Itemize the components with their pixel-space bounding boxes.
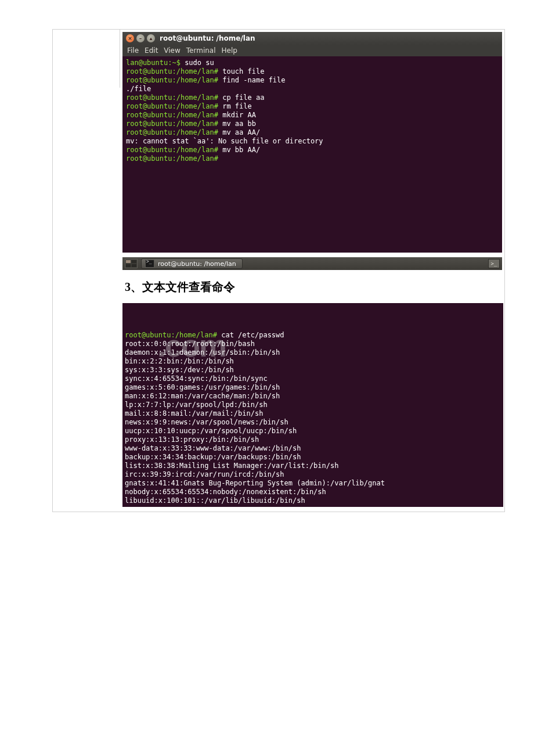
command-text: cat /etc/passwd (217, 331, 284, 339)
passwd-line: root@ubuntu:/home/lan# cat /etc/passwd (125, 331, 503, 340)
terminal-blank-line (126, 163, 499, 172)
command-text: sudo su (181, 59, 214, 67)
terminal-blank-line (126, 181, 499, 189)
command-text: cp file aa (218, 93, 264, 102)
terminal-line: root@ubuntu:/home/lan# touch file (126, 67, 499, 76)
terminal-line: root@ubuntu:/home/lan# cp file aa (126, 93, 499, 102)
document-right-cell: × – ▴ root@ubuntu: /home/lan File Edit V… (120, 30, 504, 512)
passwd-line: root:x:0:0:root:/root:/bin/bash (125, 340, 503, 348)
terminal-blank-line (126, 224, 499, 233)
passwd-line: nobody:x:65534:65534:nobody:/nonexistent… (125, 488, 503, 496)
passwd-line: games:x:5:60:games:/usr/games:/bin/sh (125, 383, 503, 392)
section-heading: 3、文本文件查看命令 (125, 279, 504, 295)
terminal-body[interactable]: lan@ubuntu:~$ sudo suroot@ubuntu:/home/l… (122, 56, 502, 253)
terminal-blank-line (126, 189, 499, 198)
menu-file[interactable]: File (127, 46, 139, 55)
command-text (218, 154, 222, 163)
tray-terminal-icon[interactable]: >_ (488, 259, 500, 268)
terminal-blank-line (126, 207, 499, 215)
window-buttons: × – ▴ (126, 34, 155, 42)
passwd-line: bin:x:2:2:bin:/bin:/bin/sh (125, 357, 503, 366)
passwd-line: lp:x:7:7:lp:/var/spool/lpd:/bin/sh (125, 401, 503, 409)
passwd-line: list:x:38:38:Mailing List Manager:/var/l… (125, 462, 503, 470)
terminal-icon (145, 260, 154, 268)
menu-terminal[interactable]: Terminal (186, 46, 216, 55)
prompt: lan@ubuntu:~$ (126, 59, 181, 67)
terminal-blank-line (126, 172, 499, 181)
terminal-blank-line (126, 198, 499, 207)
prompt: root@ubuntu:/home/lan# (126, 67, 218, 75)
terminal-line: root@ubuntu:/home/lan# rm file (126, 102, 499, 111)
command-text: mv aa bb (218, 120, 256, 128)
workspace-switcher-icon[interactable] (125, 259, 138, 268)
taskbar-item-terminal[interactable]: root@ubuntu: /home/lan (141, 258, 243, 269)
terminal-line: root@ubuntu:/home/lan# mv aa bb (126, 120, 499, 128)
prompt: root@ubuntu:/home/lan# (126, 76, 218, 84)
terminal-line: root@ubuntu:/home/lan# mv aa AA/ (126, 128, 499, 137)
passwd-line: sync:x:4:65534:sync:/bin:/bin/sync (125, 375, 503, 383)
prompt: root@ubuntu:/home/lan# (126, 93, 218, 102)
passwd-line: proxy:x:13:13:proxy:/bin:/bin/sh (125, 435, 503, 444)
panel-left: root@ubuntu: /home/lan (125, 258, 243, 269)
terminal-window: × – ▴ root@ubuntu: /home/lan File Edit V… (122, 32, 502, 253)
prompt: root@ubuntu:/home/lan# (125, 331, 217, 339)
passwd-line: irc:x:39:39:ircd:/var/run/ircd:/bin/sh (125, 470, 503, 479)
menu-help[interactable]: Help (222, 46, 237, 55)
terminal-line: root@ubuntu:/home/lan# mv bb AA/ (126, 146, 499, 154)
terminal-line: root@ubuntu:/home/lan# (126, 154, 499, 163)
document-row: × – ▴ root@ubuntu: /home/lan File Edit V… (52, 29, 505, 512)
menubar: File Edit View Terminal Help (122, 45, 502, 56)
prompt: root@ubuntu:/home/lan# (126, 146, 218, 154)
close-icon[interactable]: × (126, 34, 134, 42)
task-panel: root@ubuntu: /home/lan >_ (122, 257, 502, 270)
terminal-line: root@ubuntu:/home/lan# find -name file (126, 76, 499, 85)
page: × – ▴ root@ubuntu: /home/lan File Edit V… (0, 0, 534, 756)
passwd-line: backup:x:34:34:backup:/var/backups:/bin/… (125, 453, 503, 462)
command-text: mkdir AA (218, 111, 256, 119)
prompt: root@ubuntu:/home/lan# (126, 120, 218, 128)
passwd-line: news:x:9:9:news:/var/spool/news:/bin/sh (125, 418, 503, 427)
prompt: root@ubuntu:/home/lan# (126, 154, 218, 163)
command-text: mv aa AA/ (218, 128, 260, 136)
document-left-cell (53, 30, 120, 88)
terminal-line: root@ubuntu:/home/lan# mkdir AA (126, 111, 499, 120)
terminal-output-passwd: .com root@ubuntu:/home/lan# cat /etc/pas… (122, 303, 503, 507)
command-text: find -name file (218, 76, 286, 84)
command-text: rm file (218, 102, 252, 110)
passwd-line: libuuid:x:100:101::/var/lib/libuuid:/bin… (125, 496, 503, 505)
prompt: root@ubuntu:/home/lan# (126, 111, 218, 119)
titlebar[interactable]: × – ▴ root@ubuntu: /home/lan (122, 32, 502, 45)
terminal-line: mv: cannot stat `aa': No such file or di… (126, 137, 499, 146)
command-text: touch file (218, 67, 264, 75)
passwd-line: daemon:x:1:1:daemon:/usr/sbin:/bin/sh (125, 348, 503, 357)
maximize-icon[interactable]: ▴ (147, 34, 155, 42)
passwd-line: man:x:6:12:man:/var/cache/man:/bin/sh (125, 392, 503, 401)
terminal-line: ./file (126, 85, 499, 93)
terminal-blank-line (126, 233, 499, 242)
prompt: root@ubuntu:/home/lan# (126, 128, 218, 136)
passwd-line: uucp:x:10:10:uucp:/var/spool/uucp:/bin/s… (125, 427, 503, 435)
passwd-line: gnats:x:41:41:Gnats Bug-Reporting System… (125, 479, 503, 488)
passwd-line: sys:x:3:3:sys:/dev:/bin/sh (125, 366, 503, 375)
menu-view[interactable]: View (164, 46, 180, 55)
minimize-icon[interactable]: – (136, 34, 145, 42)
terminal-blank-line (126, 215, 499, 224)
taskbar-item-label: root@ubuntu: /home/lan (158, 260, 236, 268)
terminal-blank-line (126, 242, 499, 250)
command-text: mv bb AA/ (218, 146, 260, 154)
passwd-line: www-data:x:33:33:www-data:/var/www:/bin/… (125, 444, 503, 453)
terminal-line: lan@ubuntu:~$ sudo su (126, 59, 499, 67)
prompt: root@ubuntu:/home/lan# (126, 102, 218, 110)
passwd-line: mail:x:8:8:mail:/var/mail:/bin/sh (125, 409, 503, 418)
window-title: root@ubuntu: /home/lan (160, 34, 255, 43)
menu-edit[interactable]: Edit (145, 46, 158, 55)
